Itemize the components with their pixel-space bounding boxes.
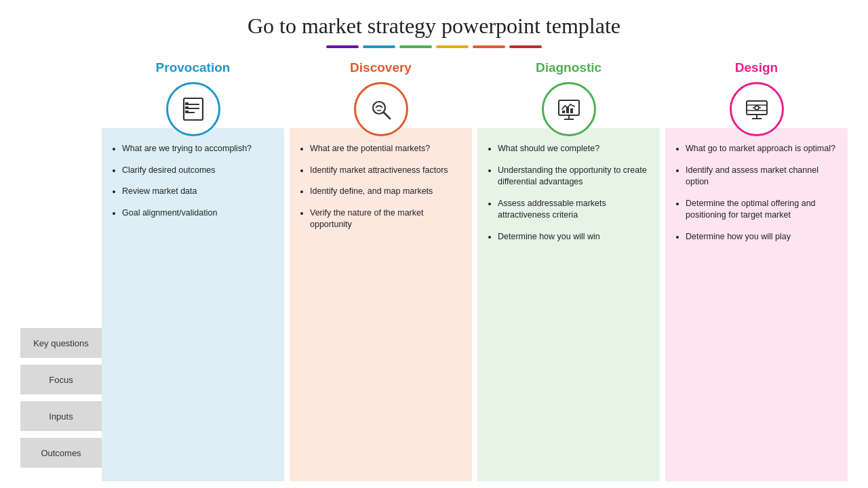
svg-rect-6 xyxy=(185,110,189,113)
svg-rect-4 xyxy=(185,102,189,105)
column-discovery-header: Discovery xyxy=(350,60,412,75)
color-bar xyxy=(473,45,505,48)
design-body: What go to market approach is optimal? I… xyxy=(665,128,848,481)
discovery-body: What are the potential markets? Identify… xyxy=(290,128,472,481)
diagnostic-icon-circle xyxy=(542,82,596,136)
provocation-list: What are we trying to accomplish? Clarif… xyxy=(111,143,275,219)
design-list: What go to market approach is optimal? I… xyxy=(675,143,838,243)
provocation-icon-circle xyxy=(166,82,220,136)
list-item: What are we trying to accomplish? xyxy=(122,143,275,155)
svg-rect-5 xyxy=(185,106,189,109)
design-icon xyxy=(743,96,770,123)
label-inputs: Inputs xyxy=(20,401,102,431)
diagnostic-body: What should we complete? Understanding t… xyxy=(477,128,660,481)
page-title: Go to market strategy powerpoint templat… xyxy=(248,14,620,39)
svg-rect-14 xyxy=(570,108,573,113)
column-diagnostic: Diagnostic What should we complete? Unde… xyxy=(477,60,660,481)
list-item: What go to market approach is optimal? xyxy=(686,143,838,155)
svg-line-8 xyxy=(384,113,390,119)
list-item: What should we complete? xyxy=(498,143,650,155)
label-outcomes: Outcomes xyxy=(20,438,102,468)
content-area: Key questions Focus Inputs Outcomes Prov… xyxy=(20,60,848,481)
color-bar xyxy=(509,45,542,48)
labels-column: Key questions Focus Inputs Outcomes xyxy=(20,60,102,481)
color-bars xyxy=(326,45,542,48)
column-provocation: Provocation What are we trying to accomp… xyxy=(102,60,284,481)
column-discovery: Discovery What are the potential markets… xyxy=(290,60,472,481)
list-item: Verify the nature of the market opportun… xyxy=(310,207,462,231)
list-item: Identify and assess market channel optio… xyxy=(686,165,838,188)
columns-area: Provocation What are we trying to accomp… xyxy=(102,60,848,481)
provocation-icon xyxy=(180,96,207,123)
provocation-body: What are we trying to accomplish? Clarif… xyxy=(102,128,284,481)
diagnostic-list: What should we complete? Understanding t… xyxy=(487,143,650,243)
list-item: What are the potential markets? xyxy=(310,143,462,155)
label-key-questions: Key questions xyxy=(20,328,102,358)
label-focus: Focus xyxy=(20,365,102,394)
column-design: Design What go to market approach is opt… xyxy=(665,60,848,481)
column-provocation-header: Provocation xyxy=(156,60,231,75)
svg-point-20 xyxy=(755,106,759,110)
list-item: Identify market attractiveness factors xyxy=(310,165,462,177)
svg-rect-15 xyxy=(747,101,767,115)
list-item: Goal alignment/validation xyxy=(122,207,275,220)
color-bar xyxy=(399,45,432,48)
list-item: Determine the optimal offering and posit… xyxy=(686,198,838,222)
list-item: Determine how you will win xyxy=(498,231,650,243)
list-item: Clarify desired outcomes xyxy=(122,165,275,177)
column-diagnostic-header: Diagnostic xyxy=(536,60,601,75)
svg-rect-12 xyxy=(562,110,565,113)
color-bar xyxy=(436,45,469,48)
list-item: Identify define, and map markets xyxy=(310,186,462,198)
list-item: Assess addressable markets attractivenes… xyxy=(498,198,650,222)
diagnostic-icon xyxy=(555,96,583,123)
color-bar xyxy=(363,45,395,48)
list-item: Determine how you will play xyxy=(686,231,838,243)
list-item: Review market data xyxy=(122,186,275,198)
discovery-icon-circle xyxy=(354,82,408,136)
design-icon-circle xyxy=(730,82,784,136)
discovery-icon xyxy=(368,96,395,123)
list-item: Understanding the opportunity to create … xyxy=(498,165,650,188)
color-bar xyxy=(326,45,359,48)
column-design-header: Design xyxy=(735,60,778,75)
discovery-list: What are the potential markets? Identify… xyxy=(299,143,462,231)
